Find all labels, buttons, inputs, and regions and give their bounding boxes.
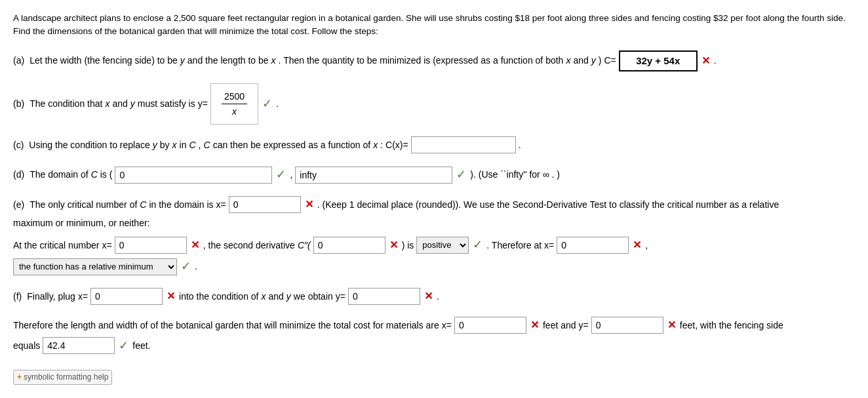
part-e-input-x3[interactable] bbox=[557, 237, 629, 254]
part-f-label-y: y= bbox=[336, 289, 345, 304]
part-e-label-x3: x= bbox=[544, 238, 554, 252]
part-e-line3: At the critical number x= ✕ , the second… bbox=[13, 235, 855, 254]
part-e-select[interactable]: positive negative zero bbox=[416, 237, 469, 254]
part-d-text3: ). (Use ``infty'' for ∞ . ) bbox=[470, 167, 560, 182]
part-e-text7: . Therefore at bbox=[486, 238, 542, 252]
part-c-colon: : bbox=[380, 138, 383, 152]
part-e-check4: ✓ bbox=[181, 257, 191, 276]
part-c-text4: , bbox=[199, 138, 201, 152]
part-b-dot: . bbox=[276, 96, 279, 111]
part-f-dot: . bbox=[437, 289, 439, 304]
part-a-var-x2: x bbox=[566, 53, 570, 68]
part-b-text2: must satisfy is bbox=[138, 96, 195, 111]
part-a-var-y: y bbox=[180, 53, 185, 68]
part-e-check3: ✓ bbox=[473, 235, 483, 254]
part-b-check: ✓ bbox=[262, 94, 272, 113]
part-d-check1: ✓ bbox=[276, 165, 286, 184]
part-e-comma2: , bbox=[645, 238, 648, 252]
part-e-text3: . (Keep 1 decimal place (rounded)). We u… bbox=[317, 197, 779, 212]
part-f-line: (f) Finally, plug x= ✕ into the conditio… bbox=[13, 288, 855, 305]
part-b-var-y: y bbox=[130, 96, 135, 111]
part-b-label-y: y= bbox=[198, 96, 208, 111]
part-e-input-cpp[interactable] bbox=[313, 237, 385, 254]
part-a-text3: . Then the quantity to be minimized is (… bbox=[279, 53, 564, 68]
symbolic-help-button[interactable]: + symbolic formatting help bbox=[13, 370, 112, 385]
part-d-var-C: C bbox=[91, 167, 98, 182]
part-c-text2: by bbox=[160, 138, 170, 152]
part-b-line: (b) The condition that x and y must sati… bbox=[13, 83, 855, 125]
part-f-text1: Finally, plug bbox=[27, 289, 75, 304]
part-e-x-icon4[interactable]: ✕ bbox=[633, 237, 641, 254]
part-b: (b) The condition that x and y must sati… bbox=[13, 83, 855, 125]
part-e-dropdown[interactable]: the function has a relative minimum the … bbox=[13, 258, 177, 275]
part-c-text5: can then be expressed as a function of bbox=[213, 138, 371, 152]
part-d-input1[interactable] bbox=[115, 167, 272, 184]
part-e-input-x2[interactable] bbox=[115, 237, 187, 254]
part-e-x-icon3[interactable]: ✕ bbox=[389, 237, 398, 254]
part-b-var-x: x bbox=[105, 96, 109, 111]
part-a-x-icon[interactable]: ✕ bbox=[701, 52, 710, 70]
part-c-dot: . bbox=[519, 138, 521, 152]
part-a-dot: . bbox=[714, 53, 717, 68]
part-e-x-icon[interactable]: ✕ bbox=[305, 196, 313, 213]
part-a-var-y2: y bbox=[591, 53, 596, 68]
part-e: (e) The only critical number of C in the… bbox=[13, 196, 855, 276]
part-f: (f) Finally, plug x= ✕ into the conditio… bbox=[13, 288, 855, 305]
part-c-var-x: x bbox=[172, 138, 177, 152]
conclusion-input-y[interactable] bbox=[591, 317, 663, 334]
conclusion-x-icon2[interactable]: ✕ bbox=[667, 317, 676, 334]
part-e-x-icon2[interactable]: ✕ bbox=[191, 237, 199, 254]
conclusion-text1: Therefore the length and width of of the… bbox=[13, 318, 439, 332]
part-f-input-y[interactable] bbox=[348, 288, 420, 305]
part-c-var-y: y bbox=[153, 138, 157, 152]
part-e-label-cpp: C″( bbox=[298, 238, 311, 252]
part-a-text2: and the length to be bbox=[187, 53, 269, 68]
part-e-input-x[interactable] bbox=[229, 196, 301, 213]
part-f-text2: into the condition of bbox=[179, 289, 258, 304]
part-f-x-icon2[interactable]: ✕ bbox=[424, 288, 433, 305]
part-d: (d) The domain of C is ( ✓ , ✓ ). (Use `… bbox=[13, 165, 855, 184]
part-f-text3: we obtain bbox=[294, 289, 333, 304]
part-b-fraction-box: 2500 x bbox=[210, 83, 258, 125]
part-e-at-critical: At the critical number bbox=[13, 238, 100, 252]
conclusion-input-x[interactable] bbox=[454, 317, 526, 334]
conclusion-x-icon[interactable]: ✕ bbox=[530, 317, 539, 334]
part-e-var-C: C bbox=[140, 197, 146, 212]
part-c-var-x2: x bbox=[373, 138, 378, 152]
part-c-answer-input[interactable] bbox=[411, 136, 516, 153]
part-b-text1: The condition that bbox=[30, 96, 102, 111]
part-e-line4: the function has a relative minimum the … bbox=[13, 257, 855, 276]
problem-description: A landscape architect plans to enclose a… bbox=[13, 12, 855, 39]
part-b-denominator: x bbox=[229, 104, 239, 119]
part-c-var-C: C bbox=[189, 138, 195, 152]
conclusion-input-equals[interactable] bbox=[43, 337, 115, 354]
part-a-label: (a) bbox=[13, 53, 24, 68]
part-a-text1: Let the width (the fencing side) to be bbox=[30, 53, 178, 68]
part-f-and: and bbox=[269, 289, 284, 304]
part-d-input2[interactable] bbox=[295, 167, 452, 184]
part-c-label-Cx: C(x)= bbox=[385, 138, 408, 152]
part-f-var-x: x bbox=[262, 289, 266, 304]
part-e-dot: . bbox=[195, 259, 197, 273]
part-a-var-x: x bbox=[271, 53, 276, 68]
part-e-label-x: x= bbox=[216, 197, 226, 212]
part-c-text1: Using the condition to replace bbox=[29, 138, 149, 152]
part-d-check2: ✓ bbox=[456, 165, 466, 184]
part-a-text4: ) bbox=[599, 53, 602, 68]
part-e-line2: maximum or minimum, or neither: bbox=[13, 216, 855, 230]
conclusion-text4: equals bbox=[13, 338, 40, 353]
part-f-x-icon[interactable]: ✕ bbox=[167, 288, 175, 305]
part-e-text2: in the domain is bbox=[149, 197, 213, 212]
conclusion-text2: feet and bbox=[543, 318, 576, 332]
part-f-input-x[interactable] bbox=[90, 288, 163, 305]
conclusion: Therefore the length and width of of the… bbox=[13, 317, 855, 355]
part-c-line: (c) Using the condition to replace y by … bbox=[13, 136, 855, 153]
conclusion-label-y: y= bbox=[579, 318, 589, 332]
part-c-label: (c) bbox=[13, 138, 24, 152]
part-b-fraction: 2500 x bbox=[222, 89, 247, 119]
part-d-comma: , bbox=[290, 167, 292, 182]
part-c: (c) Using the condition to replace y by … bbox=[13, 136, 855, 153]
part-e-comma: , bbox=[203, 238, 206, 252]
part-b-numerator: 2500 bbox=[222, 89, 247, 104]
part-a: (a) Let the width (the fencing side) to … bbox=[13, 50, 855, 71]
